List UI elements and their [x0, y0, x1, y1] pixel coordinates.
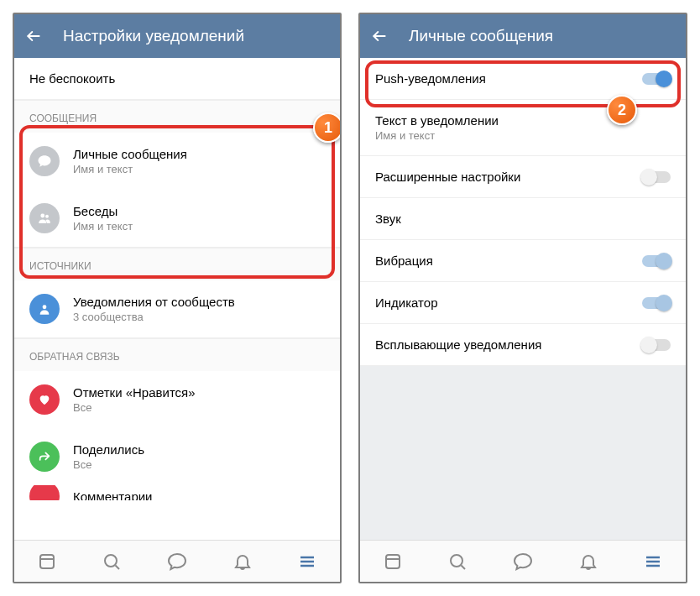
communities-title: Уведомления от сообществ: [73, 295, 325, 309]
comments-title: Комментарии: [73, 489, 325, 501]
toggle-vibration[interactable]: [642, 255, 671, 267]
header-title: Личные сообщения: [409, 27, 553, 45]
row-likes[interactable]: Отметки «Нравится» Все: [14, 371, 340, 428]
nav-messages-icon[interactable]: [166, 551, 188, 572]
row-sound[interactable]: Звук: [360, 198, 686, 240]
share-icon: [29, 442, 60, 472]
nav-news-icon[interactable]: [36, 551, 58, 572]
section-messages: СООБЩЕНИЯ: [14, 100, 340, 133]
back-icon[interactable]: [370, 27, 389, 45]
heart-icon: [29, 384, 60, 415]
row-communities[interactable]: Уведомления от сообществ 3 сообщества: [14, 280, 340, 338]
phone-left: Настройки уведомлений Не беспокоить СООБ…: [13, 13, 342, 583]
chats-title: Беседы: [73, 204, 325, 218]
row-personal-messages[interactable]: Личные сообщения Имя и текст: [14, 133, 340, 190]
communities-sub: 3 сообщества: [73, 311, 325, 323]
group-icon: [29, 203, 60, 233]
toggle-indicator[interactable]: [642, 297, 671, 309]
svg-line-15: [462, 565, 466, 569]
nav-notifications-icon[interactable]: [577, 551, 599, 572]
row-push[interactable]: Push-уведомления: [360, 58, 686, 100]
dnd-label: Не беспокоить: [29, 71, 325, 86]
row-dnd[interactable]: Не беспокоить: [14, 58, 340, 100]
bottom-nav: [360, 540, 686, 582]
indicator-label: Индикатор: [375, 295, 629, 310]
content-area: Push-уведомления Текст в уведомлении Имя…: [360, 58, 686, 540]
empty-space: [360, 366, 686, 540]
nav-notifications-icon[interactable]: [232, 551, 253, 572]
svg-point-3: [43, 305, 47, 309]
content-area: Не беспокоить СООБЩЕНИЯ Личные сообщения…: [14, 58, 340, 540]
personal-title: Личные сообщения: [73, 147, 325, 161]
header-bar: Личные сообщения: [360, 14, 686, 58]
svg-point-6: [105, 555, 117, 567]
row-indicator[interactable]: Индикатор: [360, 282, 686, 324]
bottom-nav: [14, 540, 340, 582]
text-in-notif-sub: Имя и текст: [375, 129, 671, 142]
toggle-push[interactable]: [642, 73, 671, 85]
personal-sub: Имя и текст: [73, 163, 325, 175]
toggle-advanced[interactable]: [642, 171, 671, 183]
shares-sub: Все: [73, 458, 325, 471]
header-title: Настройки уведомлений: [63, 27, 244, 45]
toggle-popup[interactable]: [642, 339, 671, 351]
comment-icon: [29, 485, 60, 500]
row-chats[interactable]: Беседы Имя и текст: [14, 190, 340, 248]
nav-news-icon[interactable]: [382, 551, 404, 572]
row-popup[interactable]: Всплывающие уведомления: [360, 324, 686, 366]
callout-1: 1: [313, 112, 342, 143]
svg-rect-12: [386, 555, 400, 568]
callout-2: 2: [607, 95, 637, 125]
svg-point-2: [45, 215, 49, 218]
nav-menu-icon[interactable]: [296, 551, 318, 572]
svg-point-1: [40, 214, 44, 218]
back-icon[interactable]: [24, 27, 43, 45]
nav-menu-icon[interactable]: [642, 551, 664, 572]
push-label: Push-уведомления: [375, 71, 629, 86]
popup-label: Всплывающие уведомления: [375, 337, 629, 352]
sound-label: Звук: [375, 212, 671, 226]
chat-bubble-icon: [29, 146, 60, 176]
likes-title: Отметки «Нравится»: [73, 385, 325, 400]
svg-line-7: [116, 565, 120, 569]
advanced-label: Расширенные настройки: [375, 170, 629, 184]
vibration-label: Вибрация: [375, 254, 629, 268]
nav-messages-icon[interactable]: [512, 551, 534, 572]
likes-sub: Все: [73, 401, 325, 414]
section-feedback: ОБРАТНАЯ СВЯЗЬ: [14, 338, 340, 371]
row-comments[interactable]: Комментарии: [14, 485, 340, 500]
row-shares[interactable]: Поделились Все: [14, 428, 340, 485]
header-bar: Настройки уведомлений: [14, 14, 340, 58]
nav-search-icon[interactable]: [101, 551, 123, 572]
svg-rect-4: [40, 555, 54, 568]
nav-search-icon[interactable]: [447, 551, 468, 572]
row-advanced[interactable]: Расширенные настройки: [360, 156, 686, 198]
phone-right: Личные сообщения Push-уведомления Текст …: [358, 13, 687, 583]
shares-title: Поделились: [73, 442, 325, 457]
user-circle-icon: [29, 294, 60, 324]
section-sources: ИСТОЧНИКИ: [14, 248, 340, 280]
svg-point-14: [451, 555, 462, 567]
row-vibration[interactable]: Вибрация: [360, 240, 686, 282]
chats-sub: Имя и текст: [73, 220, 325, 233]
